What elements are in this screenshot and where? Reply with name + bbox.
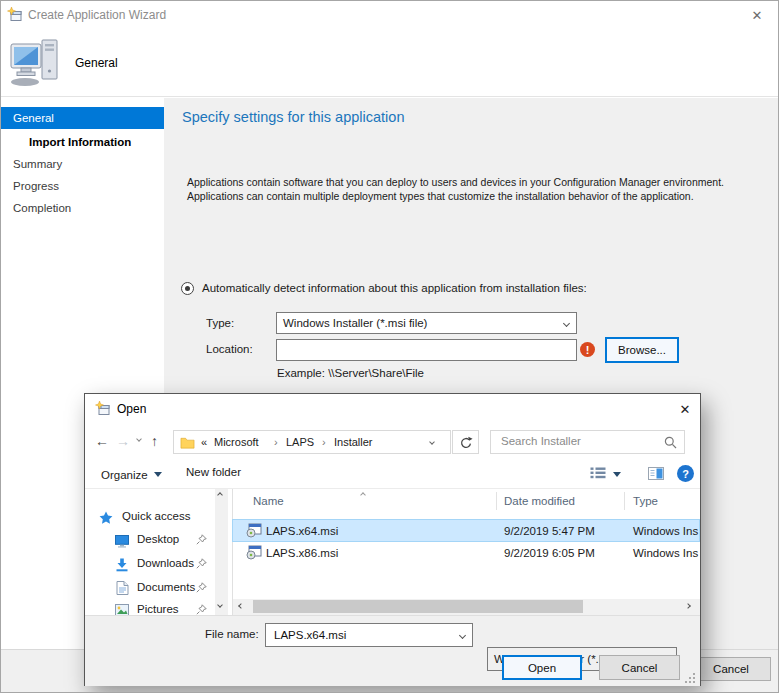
file-name-input[interactable] (272, 628, 448, 642)
file-date: 9/2/2019 6:05 PM (504, 547, 595, 559)
msi-file-icon (246, 544, 262, 562)
open-dialog: Open ✕ ← → ↑ « Microsoft › LAPS › Ins (84, 393, 701, 686)
nav-item-downloads[interactable]: Downloads (85, 555, 215, 575)
file-row-laps-x64[interactable]: LAPS.x64.msi 9/2/2019 5:47 PM Windows In… (233, 520, 699, 541)
downloads-icon (115, 558, 129, 574)
pin-icon[interactable] (196, 582, 207, 595)
organize-menu-button[interactable]: Organize (101, 466, 162, 483)
folder-icon (180, 436, 195, 451)
preview-pane-icon[interactable] (648, 467, 664, 482)
address-bar[interactable]: « Microsoft › LAPS › Installer (173, 430, 451, 454)
up-icon[interactable]: ↑ (151, 434, 158, 448)
search-box[interactable] (490, 430, 685, 454)
sort-ascending-icon (360, 492, 366, 498)
validation-error-icon: ! (580, 342, 595, 357)
file-date: 9/2/2019 5:47 PM (504, 525, 595, 537)
page-heading: Specify settings for this application (182, 109, 404, 125)
breadcrumb-separator-2: › (322, 436, 326, 448)
breadcrumb-installer[interactable]: Installer (334, 436, 373, 448)
dialog-main-area: Quick access Desktop (85, 489, 700, 615)
scroll-right-icon[interactable] (685, 603, 691, 609)
window-title: Create Application Wizard (28, 8, 166, 22)
search-input[interactable] (499, 434, 662, 448)
pin-icon[interactable] (196, 558, 207, 571)
column-header-name[interactable]: Name (253, 495, 284, 507)
auto-detect-radio[interactable] (181, 282, 194, 295)
help-icon[interactable]: ? (677, 465, 694, 482)
open-dialog-icon (95, 401, 111, 419)
close-icon[interactable]: ✕ (745, 6, 769, 24)
column-header-type[interactable]: Type (633, 495, 658, 507)
nav-item-desktop[interactable]: Desktop (85, 531, 215, 551)
forward-icon[interactable]: → (116, 434, 130, 448)
example-hint: Example: \\Server\Share\File (277, 367, 424, 379)
dialog-cancel-button[interactable]: Cancel (599, 655, 680, 680)
pin-icon[interactable] (196, 604, 207, 615)
dialog-footer: File name: Windows Installer (*.msi) Ope… (85, 615, 700, 686)
wizard-cancel-button[interactable]: Cancel (691, 657, 771, 681)
nav-pane-scrollbar[interactable] (215, 489, 228, 615)
description-line-2: Applications can contain multiple deploy… (187, 190, 694, 202)
auto-detect-radio-label: Automatically detect information about t… (202, 282, 587, 294)
msi-file-icon (246, 522, 262, 540)
recent-locations-chevron-icon[interactable] (136, 436, 142, 442)
type-combobox[interactable]: Windows Installer (*.msi file) (276, 312, 577, 334)
back-icon[interactable]: ← (95, 434, 109, 448)
description-line-1: Applications contain software that you c… (187, 176, 724, 188)
nav-row: ← → ↑ « Microsoft › LAPS › Installer (85, 424, 700, 460)
computer-icon (9, 37, 61, 89)
scrollbar-thumb[interactable] (253, 600, 583, 613)
desktop-icon (115, 534, 129, 550)
radio-dot (185, 286, 190, 291)
open-dialog-title: Open (117, 402, 146, 416)
create-application-wizard-window: Create Application Wizard ✕ General Gene… (0, 0, 779, 693)
new-folder-button[interactable]: New folder (186, 466, 241, 478)
breadcrumb-prefix: « (201, 436, 207, 448)
change-view-button[interactable] (590, 467, 621, 481)
organize-dropdown-icon (154, 472, 162, 477)
horizontal-scrollbar[interactable] (233, 599, 700, 615)
documents-icon (116, 581, 129, 597)
open-button[interactable]: Open (502, 655, 582, 680)
quick-access-star-icon (99, 511, 113, 527)
sidebar-item-progress[interactable]: Progress (1, 175, 164, 197)
nav-item-documents[interactable]: Documents (85, 579, 215, 599)
file-name: LAPS.x64.msi (266, 525, 338, 537)
open-dialog-close-icon[interactable]: ✕ (673, 399, 697, 419)
breadcrumb-laps[interactable]: LAPS (286, 436, 314, 448)
header-page-title: General (75, 56, 118, 70)
open-dialog-titlebar: Open ✕ (85, 394, 700, 424)
breadcrumb-microsoft[interactable]: Microsoft (214, 436, 259, 448)
scroll-up-icon[interactable] (217, 492, 223, 498)
navigation-pane: Quick access Desktop (85, 489, 232, 615)
search-icon (664, 436, 677, 451)
file-list: Name Date modified Type (233, 489, 700, 615)
details-view-icon (590, 467, 606, 481)
wizard-titlebar: Create Application Wizard ✕ (1, 1, 779, 29)
sidebar-item-summary[interactable]: Summary (1, 153, 164, 175)
scroll-down-icon[interactable] (217, 602, 223, 608)
refresh-button[interactable] (452, 430, 479, 454)
column-header-date-modified[interactable]: Date modified (504, 495, 575, 507)
address-dropdown-chevron-icon[interactable] (429, 439, 435, 445)
resize-grip[interactable] (685, 673, 696, 686)
file-name-combobox[interactable] (265, 623, 473, 647)
command-toolbar: Organize New folder (85, 460, 700, 489)
type-label: Type: (206, 317, 234, 329)
sidebar-item-completion[interactable]: Completion (1, 197, 164, 219)
file-type: Windows Ins (633, 547, 698, 559)
file-row-laps-x86[interactable]: LAPS.x86.msi 9/2/2019 6:05 PM Windows In… (233, 542, 699, 563)
browse-button[interactable]: Browse... (605, 337, 679, 363)
breadcrumb-separator: › (274, 436, 278, 448)
sidebar-item-general[interactable]: General (1, 107, 164, 129)
view-dropdown-icon (613, 472, 621, 477)
pin-icon[interactable] (196, 534, 207, 547)
location-input[interactable] (283, 342, 574, 356)
wizard-icon (7, 7, 23, 25)
scroll-left-icon[interactable] (238, 603, 244, 609)
nav-item-quick-access[interactable]: Quick access (85, 508, 215, 528)
sidebar-item-import-information[interactable]: Import Information (1, 131, 164, 153)
file-name-label: File name: (205, 628, 259, 640)
nav-item-pictures[interactable]: Pictures (85, 601, 215, 615)
refresh-icon (459, 436, 473, 452)
